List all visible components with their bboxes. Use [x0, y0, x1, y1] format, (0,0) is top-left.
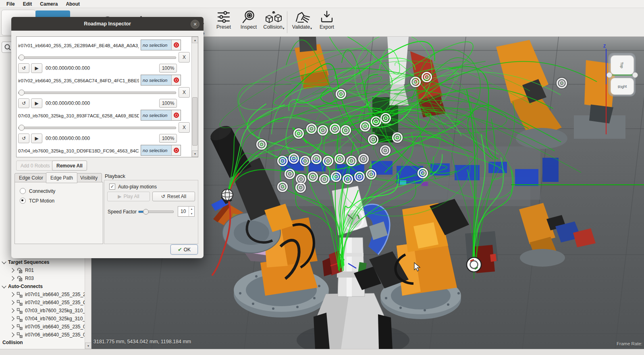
- menu-edit[interactable]: Edit: [19, 1, 36, 7]
- play-button[interactable]: ▶: [31, 63, 42, 73]
- spin-down-icon[interactable]: ▼: [189, 211, 194, 216]
- radio-tcp-motion[interactable]: TCP Motion: [20, 198, 54, 204]
- dialog-titlebar[interactable]: Roadmap Inspector ✕: [11, 17, 204, 31]
- row-controls: ↺ ▶ 00:00.000/00:00.000: [18, 134, 90, 143]
- scroll-down-icon[interactable]: ▼: [192, 150, 198, 157]
- slider-handle[interactable]: [143, 209, 149, 215]
- chevron-down-icon[interactable]: [2, 259, 6, 264]
- menu-about[interactable]: About: [62, 1, 84, 7]
- play-all-button[interactable]: ▶ Play All: [107, 192, 150, 201]
- checkbox-checked-icon[interactable]: ✓: [109, 184, 115, 190]
- selection-field[interactable]: no selection: [141, 145, 181, 156]
- tree-item-autoconnect-3[interactable]: 07r03_irb7600_325kg_310_8: [7, 307, 91, 315]
- export-download-icon: [319, 10, 334, 24]
- speed-factor-spinbox[interactable]: 10 ▲ ▼: [178, 206, 195, 217]
- tree-item-autoconnect-5[interactable]: ir07r05_irb6640_255_235_0: [7, 323, 91, 331]
- check-icon: ✔: [178, 246, 182, 253]
- record-button[interactable]: [171, 40, 181, 50]
- slider-handle[interactable]: [19, 125, 25, 131]
- chevron-right-icon[interactable]: [10, 316, 14, 321]
- spin-up-icon[interactable]: ▲: [189, 207, 194, 211]
- remove-all-button[interactable]: Remove All: [52, 161, 87, 171]
- view-cube-corner-left[interactable]: [607, 72, 612, 78]
- robot-row-1: ir07r01_irb6640_255_235_2E289A4F_8E4B_46…: [17, 39, 191, 74]
- preset-sliders-icon: [216, 10, 231, 24]
- chevron-right-icon[interactable]: [10, 308, 14, 313]
- chevron-right-icon[interactable]: [10, 268, 14, 272]
- autoconnect-icon: [17, 308, 23, 314]
- chevron-right-icon[interactable]: [10, 292, 14, 297]
- speed-percent[interactable]: 100%: [159, 64, 177, 73]
- list-scrollbar[interactable]: ▲ ▼: [191, 37, 198, 157]
- tree-group-collision[interactable]: Collision: [2, 338, 86, 347]
- speed-percent[interactable]: 100%: [159, 134, 177, 143]
- timeline-slider[interactable]: [18, 125, 176, 130]
- view-cube-corner-right[interactable]: [632, 72, 638, 78]
- scrollbar-thumb[interactable]: [192, 97, 197, 146]
- scroll-down-icon[interactable]: ▼: [85, 342, 91, 349]
- timeline-slider[interactable]: [18, 90, 176, 95]
- robot-list: ir07r01_irb6640_255_235_2E289A4F_8E4B_46…: [16, 36, 198, 157]
- chevron-right-icon[interactable]: [10, 276, 14, 280]
- radio-selected-icon[interactable]: [20, 198, 26, 204]
- tree-item-autoconnect-6[interactable]: ir07r06_irb6640_255_235_0: [7, 331, 91, 339]
- collision-caret-icon: ▾: [283, 27, 285, 30]
- timeline-slider[interactable]: [18, 54, 176, 60]
- tree-item-r01[interactable]: R01: [7, 266, 91, 274]
- tree-item-r03[interactable]: R03: [7, 274, 91, 282]
- tree-group-target-sequences[interactable]: Target Sequences: [0, 258, 84, 266]
- view-cube-right-face[interactable]: Right: [611, 78, 634, 95]
- x-axis-line: [606, 84, 607, 134]
- chevron-down-icon[interactable]: [2, 284, 6, 288]
- tab-edge-color[interactable]: Edge Color: [15, 173, 48, 183]
- robot-row-3: 07r03_irb7600_325kg_310_893F7ACE_6258_4A…: [17, 109, 191, 144]
- inspect-button[interactable]: Inspect: [236, 10, 261, 30]
- chevron-right-icon[interactable]: [10, 300, 14, 305]
- selection-field[interactable]: no selection: [141, 40, 181, 50]
- remove-row-button[interactable]: X: [179, 122, 190, 133]
- record-button[interactable]: [171, 145, 181, 155]
- slider-handle[interactable]: [19, 54, 25, 61]
- record-button[interactable]: [171, 75, 181, 85]
- play-button[interactable]: ▶: [31, 98, 42, 108]
- tree-item-autoconnect-4[interactable]: 07r04_irb7600_325kg_310_D: [7, 315, 91, 323]
- time-label: 00:00.000/00:00.000: [46, 100, 90, 106]
- reset-all-button[interactable]: ↺ Reset All: [152, 192, 195, 201]
- speed-factor-slider[interactable]: [138, 209, 174, 214]
- reset-button[interactable]: ↺: [18, 134, 29, 143]
- play-button[interactable]: ▶: [31, 134, 42, 143]
- ok-button[interactable]: ✔ OK: [170, 244, 198, 255]
- reset-button[interactable]: ↺: [18, 63, 29, 73]
- chevron-right-icon[interactable]: [10, 324, 14, 329]
- speed-percent[interactable]: 100%: [159, 99, 177, 108]
- z-axis-label: Z: [603, 44, 606, 48]
- preset-button[interactable]: Preset: [211, 10, 236, 30]
- close-icon[interactable]: ✕: [191, 20, 199, 29]
- collision-button[interactable]: Collision▾: [261, 10, 286, 30]
- tree-item-autoconnect-1[interactable]: ir07r01_irb6640_255_235_2: [7, 290, 91, 299]
- selection-field[interactable]: no selection: [141, 75, 181, 86]
- export-button[interactable]: Export: [314, 10, 339, 30]
- tab-visibility[interactable]: Visibility: [76, 173, 102, 183]
- sphere-target-marker[interactable]: [222, 189, 233, 200]
- autoplay-checkbox[interactable]: ✓ Auto-play motions: [109, 184, 157, 190]
- view-cube-top-face[interactable]: Top: [611, 55, 634, 75]
- reset-button[interactable]: ↺: [18, 98, 29, 108]
- validate-button[interactable]: Validate▾: [289, 10, 314, 30]
- add-robots-button[interactable]: Add 0 Robots: [16, 161, 54, 171]
- tab-edge-path[interactable]: Edge Path: [46, 172, 77, 183]
- record-button[interactable]: [171, 110, 181, 120]
- tree-group-auto-connects[interactable]: Auto-Connects: [0, 282, 84, 290]
- view-cube: Z Top Right: [602, 44, 638, 137]
- menu-file[interactable]: File: [2, 1, 19, 7]
- slider-handle[interactable]: [19, 90, 25, 96]
- remove-row-button[interactable]: X: [179, 52, 190, 63]
- radio-icon[interactable]: [20, 188, 26, 194]
- selection-field[interactable]: no selection: [141, 110, 181, 121]
- tree-item-autoconnect-2[interactable]: ir07r02_irb6640_255_235_C: [7, 299, 91, 307]
- chevron-right-icon[interactable]: [10, 332, 14, 337]
- scroll-up-icon[interactable]: ▲: [192, 37, 198, 43]
- radio-connectivity[interactable]: Connectivity: [20, 188, 55, 194]
- menu-camera[interactable]: Camera: [36, 1, 62, 7]
- remove-row-button[interactable]: X: [179, 87, 190, 98]
